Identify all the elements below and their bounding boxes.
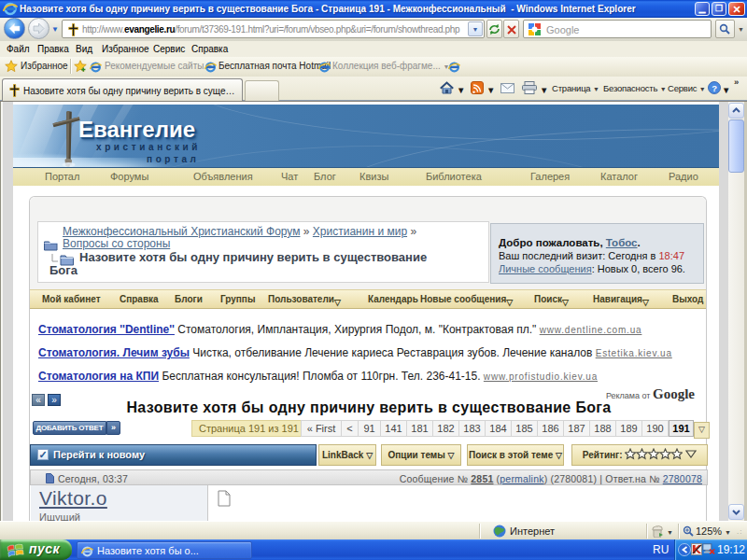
svg-text:?: ? <box>712 83 717 93</box>
